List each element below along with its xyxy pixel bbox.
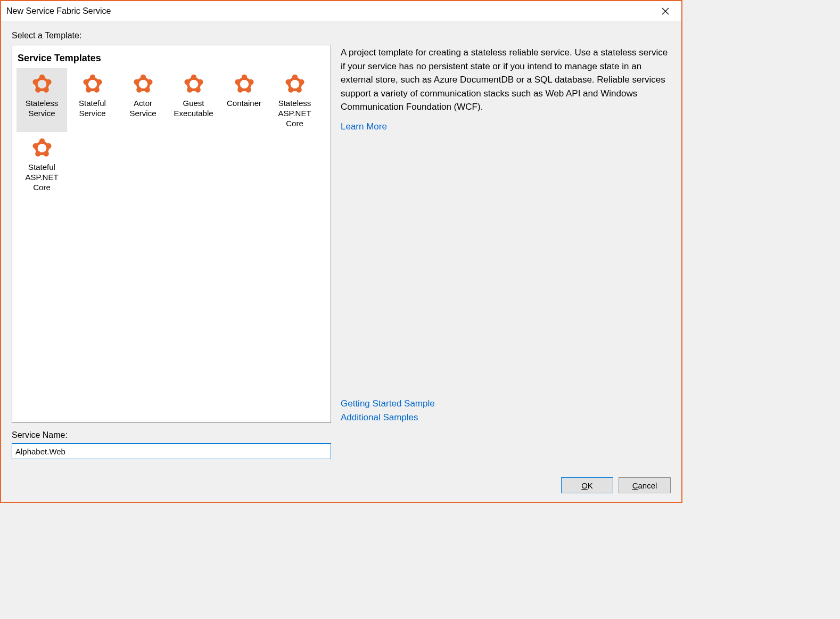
close-icon [662, 7, 669, 15]
template-label: Stateful Service [69, 99, 116, 119]
svg-point-17 [191, 75, 196, 80]
template-list[interactable]: Service Templates Stateless ServiceState… [12, 45, 331, 423]
svg-point-30 [288, 87, 293, 92]
template-section-header: Service Templates [17, 51, 326, 68]
template-item[interactable]: Guest Executable [168, 68, 219, 132]
svg-point-19 [195, 87, 200, 92]
svg-point-5 [35, 87, 40, 92]
template-icon-wrap [18, 72, 65, 95]
sample-links: Getting Started Sample Additional Sample… [341, 395, 671, 423]
close-button[interactable] [655, 3, 676, 19]
svg-point-32 [39, 139, 44, 144]
svg-point-23 [248, 79, 253, 85]
service-fabric-icon [283, 72, 307, 95]
description-column: A project template for creating a statel… [341, 31, 671, 423]
svg-point-13 [147, 79, 152, 85]
svg-point-16 [134, 79, 139, 85]
svg-point-24 [245, 87, 251, 92]
template-icon-wrap [170, 72, 217, 95]
service-fabric-icon [81, 72, 104, 95]
template-icon-wrap [271, 72, 318, 95]
svg-point-36 [32, 143, 38, 149]
svg-point-33 [46, 143, 51, 149]
template-icon-wrap [18, 136, 65, 159]
additional-samples-link[interactable]: Additional Samples [341, 412, 671, 423]
svg-point-18 [197, 79, 203, 85]
template-label: Stateful ASP.NET Core [18, 162, 65, 192]
svg-point-21 [184, 79, 190, 85]
service-name-input[interactable] [12, 443, 331, 459]
service-fabric-icon [233, 72, 256, 95]
template-item[interactable]: Container [219, 68, 269, 132]
svg-point-27 [292, 75, 297, 80]
getting-started-link[interactable]: Getting Started Sample [341, 398, 671, 409]
svg-point-7 [89, 75, 95, 80]
upper-region: Select a Template: Service Templates Sta… [12, 31, 671, 423]
template-label: Guest Executable [170, 99, 217, 119]
template-grid: Stateless ServiceStateful ServiceActor S… [17, 68, 326, 197]
svg-point-8 [96, 79, 102, 85]
svg-point-22 [241, 75, 246, 80]
template-column: Select a Template: Service Templates Sta… [12, 31, 331, 423]
titlebar: New Service Fabric Service [1, 1, 681, 21]
svg-point-12 [140, 75, 145, 80]
svg-point-10 [86, 87, 91, 92]
svg-point-11 [83, 79, 88, 85]
service-fabric-icon [131, 72, 155, 95]
cancel-button[interactable]: Cancel [619, 477, 671, 493]
template-description: A project template for creating a statel… [341, 46, 671, 114]
service-fabric-icon [182, 72, 205, 95]
service-name-row: Service Name: [12, 430, 331, 459]
ok-button[interactable]: OK [561, 477, 613, 493]
svg-point-14 [144, 87, 150, 92]
svg-point-4 [43, 87, 48, 92]
svg-point-34 [43, 151, 48, 157]
template-label: Actor Service [119, 99, 167, 119]
template-label: Stateless Service [18, 99, 65, 119]
learn-more-link[interactable]: Learn More [341, 121, 671, 132]
template-item[interactable]: Stateless ASP.NET Core [269, 68, 320, 132]
service-name-label: Service Name: [12, 430, 331, 440]
template-icon-wrap [220, 72, 268, 95]
dialog-window: New Service Fabric Service Select a Temp… [0, 0, 682, 503]
svg-point-25 [237, 87, 243, 92]
template-item[interactable]: Actor Service [118, 68, 168, 132]
template-item[interactable]: Stateless Service [17, 68, 67, 132]
svg-point-15 [136, 87, 142, 92]
template-label: Stateless ASP.NET Core [271, 99, 318, 128]
template-item[interactable]: Stateful ASP.NET Core [17, 132, 67, 196]
dialog-body: Select a Template: Service Templates Sta… [1, 21, 681, 502]
svg-point-26 [235, 79, 240, 85]
svg-point-3 [46, 79, 51, 85]
svg-point-6 [32, 79, 38, 85]
template-item[interactable]: Stateful Service [67, 68, 118, 132]
svg-point-31 [285, 79, 291, 85]
template-icon-wrap [69, 72, 116, 95]
template-icon-wrap [119, 72, 167, 95]
svg-point-20 [187, 87, 192, 92]
svg-point-35 [35, 151, 40, 157]
window-title: New Service Fabric Service [6, 6, 655, 16]
dialog-buttons: OK Cancel [12, 477, 671, 493]
svg-point-29 [296, 87, 301, 92]
service-fabric-icon [30, 72, 54, 95]
template-label: Container [220, 99, 268, 109]
svg-point-28 [299, 79, 304, 85]
service-fabric-icon [30, 136, 54, 159]
svg-point-2 [39, 75, 44, 80]
select-template-label: Select a Template: [12, 31, 331, 40]
svg-point-9 [94, 87, 99, 92]
